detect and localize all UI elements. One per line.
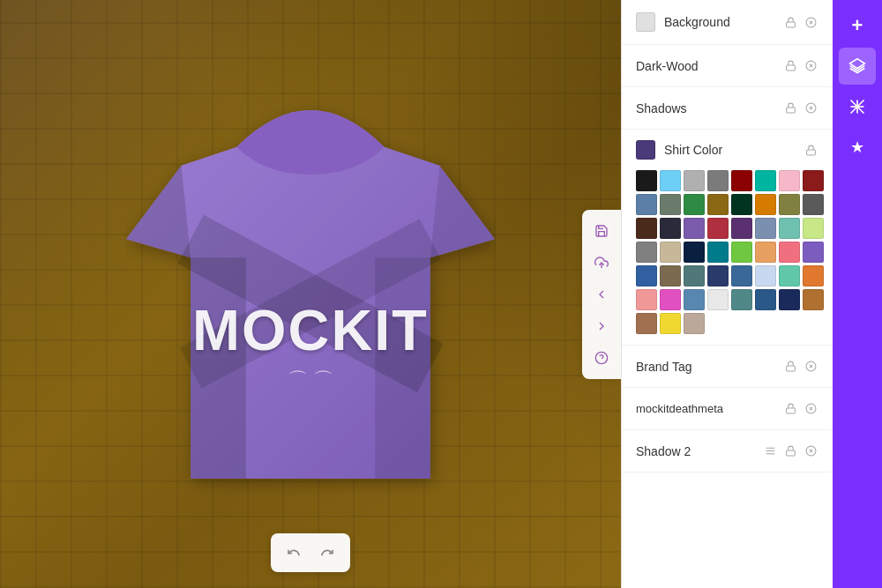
color-swatch-14[interactable]: [779, 194, 800, 215]
color-swatch-8[interactable]: [636, 194, 657, 215]
color-swatch-36[interactable]: [731, 265, 752, 287]
back-float-button[interactable]: [587, 280, 616, 309]
color-swatch-30[interactable]: [779, 242, 800, 263]
forward-float-button[interactable]: [587, 312, 616, 340]
lock-icon-background[interactable]: [783, 15, 798, 30]
color-swatch-46[interactable]: [779, 289, 800, 310]
close-icon-background[interactable]: [804, 15, 818, 30]
color-swatch-29[interactable]: [755, 242, 776, 263]
shirt-color-label: Shirt Color: [664, 143, 804, 157]
svg-rect-20: [787, 366, 796, 371]
color-swatch-12[interactable]: [731, 194, 752, 215]
lock-icon-mockit[interactable]: [783, 401, 798, 416]
color-swatch-24[interactable]: [636, 242, 657, 263]
layer-icons-brand-tag: [783, 359, 818, 374]
color-swatch-34[interactable]: [684, 265, 705, 287]
color-swatch-0[interactable]: [636, 170, 657, 191]
color-swatch-47[interactable]: [803, 289, 824, 310]
color-swatch-23[interactable]: [803, 218, 824, 239]
color-swatch-6[interactable]: [779, 170, 800, 191]
close-icon-mockit[interactable]: [804, 401, 818, 416]
color-swatch-16[interactable]: [636, 218, 657, 239]
color-swatch-10[interactable]: [684, 194, 705, 215]
color-swatch-43[interactable]: [707, 289, 729, 310]
pattern-button[interactable]: [839, 88, 876, 125]
color-swatch-18[interactable]: [684, 218, 705, 239]
color-swatch-41[interactable]: [660, 289, 681, 310]
color-swatch-44[interactable]: [731, 289, 752, 310]
upload-float-button[interactable]: [587, 249, 616, 277]
color-swatch-9[interactable]: [660, 194, 681, 215]
color-swatch-38[interactable]: [779, 265, 800, 287]
color-swatch-28[interactable]: [731, 242, 752, 263]
color-swatch-4[interactable]: [731, 170, 752, 191]
color-swatch-26[interactable]: [684, 242, 705, 263]
drag-icon-shadow2[interactable]: [763, 443, 778, 458]
bottom-toolbar: [271, 533, 350, 572]
color-swatch-1[interactable]: [660, 170, 681, 191]
color-swatch-15[interactable]: [803, 194, 824, 215]
color-swatch-11[interactable]: [707, 194, 729, 215]
close-icon-dark-wood[interactable]: [804, 58, 818, 73]
color-swatch-5[interactable]: [755, 170, 776, 191]
layer-icons-dark-wood: [783, 58, 818, 73]
layer-name-shadows: Shadows: [636, 101, 783, 115]
layer-item-mockit[interactable]: mockitdeathmeta: [622, 388, 833, 430]
close-icon-shadows[interactable]: [804, 100, 818, 115]
layers-panel: Background Dark-Wood: [621, 0, 833, 588]
svg-rect-7: [787, 21, 796, 26]
save-float-button[interactable]: [587, 217, 616, 245]
lock-icon-dark-wood[interactable]: [783, 58, 798, 73]
lock-icon-shadows[interactable]: [783, 100, 798, 115]
color-swatch-45[interactable]: [755, 289, 776, 310]
layer-item-brand-tag[interactable]: Brand Tag: [622, 346, 833, 388]
layer-item-shadows[interactable]: Shadows: [622, 87, 833, 130]
color-swatch-50[interactable]: [684, 313, 705, 334]
layer-item-background[interactable]: Background: [622, 0, 833, 45]
color-swatch-37[interactable]: [755, 265, 776, 287]
add-button[interactable]: +: [839, 7, 876, 44]
color-grid: [636, 170, 818, 334]
color-swatch-33[interactable]: [660, 265, 681, 287]
color-swatch-32[interactable]: [636, 265, 657, 287]
color-swatch-21[interactable]: [755, 218, 776, 239]
favorites-button[interactable]: ★: [839, 129, 876, 166]
right-sidebar: + ★: [833, 0, 882, 588]
color-swatch-42[interactable]: [684, 289, 705, 310]
shirt-color-swatch[interactable]: [636, 140, 655, 160]
color-swatch-13[interactable]: [755, 194, 776, 215]
color-swatch-7[interactable]: [803, 170, 824, 191]
color-swatch-48[interactable]: [636, 313, 657, 334]
color-swatch-25[interactable]: [660, 242, 681, 263]
help-float-button[interactable]: [587, 344, 616, 372]
layer-item-dark-wood[interactable]: Dark-Wood: [622, 45, 833, 87]
lock-icon-brand-tag[interactable]: [783, 359, 798, 374]
close-icon-shadow2[interactable]: [804, 443, 818, 458]
color-swatch-35[interactable]: [707, 265, 729, 287]
color-swatch-27[interactable]: [707, 242, 729, 263]
layer-name-dark-wood: Dark-Wood: [636, 59, 783, 73]
svg-rect-24: [787, 408, 796, 413]
layer-item-shadow2[interactable]: Shadow 2: [622, 430, 833, 473]
color-swatch-20[interactable]: [731, 218, 752, 239]
undo-button[interactable]: [280, 539, 308, 567]
lock-icon-shadow2[interactable]: [783, 443, 798, 458]
color-swatch-2[interactable]: [684, 170, 705, 191]
layer-icons-background: [783, 15, 818, 30]
svg-rect-31: [787, 450, 796, 456]
color-swatch-49[interactable]: [660, 313, 681, 334]
layer-icons-mockit: [783, 401, 818, 416]
shirt-color-header: Shirt Color: [636, 140, 818, 160]
color-swatch-22[interactable]: [779, 218, 800, 239]
color-swatch-17[interactable]: [660, 218, 681, 239]
color-swatch-39[interactable]: [803, 265, 824, 287]
redo-button[interactable]: [313, 539, 341, 567]
tshirt-container: MOCKIT ⌒ ⌒: [81, 39, 540, 550]
color-swatch-40[interactable]: [636, 289, 657, 310]
layers-button[interactable]: [839, 48, 876, 85]
color-swatch-19[interactable]: [707, 218, 729, 239]
color-swatch-3[interactable]: [707, 170, 729, 191]
color-swatch-31[interactable]: [803, 242, 824, 263]
close-icon-brand-tag[interactable]: [804, 359, 818, 374]
lock-icon-shirt-color[interactable]: [804, 143, 818, 158]
